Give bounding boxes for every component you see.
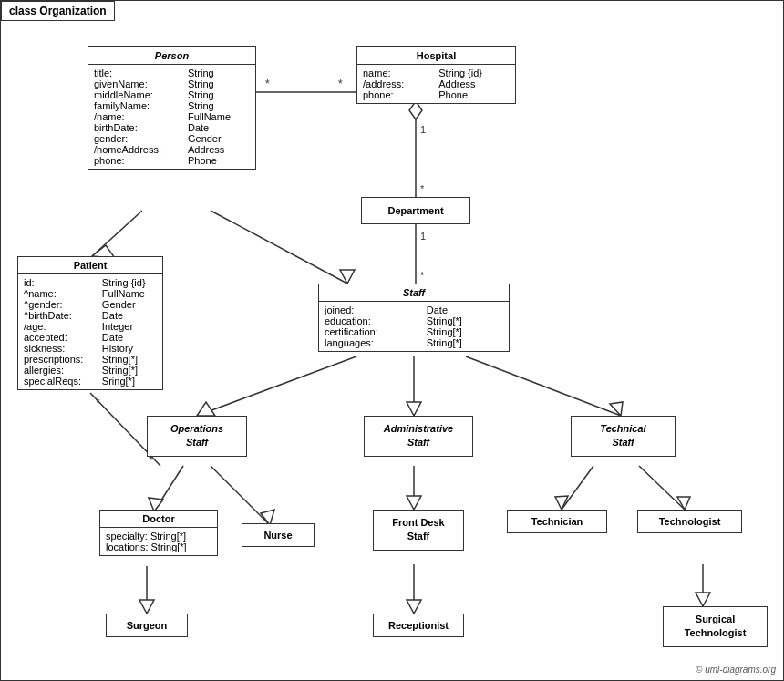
svg-text:1: 1 — [420, 124, 426, 135]
operations-staff-class: OperationsStaff — [147, 416, 247, 457]
front-desk-class: Front DeskStaff — [373, 510, 464, 551]
svg-line-23 — [154, 466, 183, 511]
svg-marker-36 — [407, 600, 421, 614]
svg-marker-34 — [139, 600, 154, 614]
svg-marker-4 — [409, 101, 422, 119]
svg-marker-30 — [555, 496, 568, 510]
person-header: Person — [88, 47, 255, 65]
technologist-class: Technologist — [637, 510, 742, 533]
staff-class: Staff joined:Date education:String[*] ce… — [318, 284, 510, 352]
svg-line-10 — [92, 211, 142, 256]
svg-line-31 — [639, 466, 685, 510]
svg-line-21 — [466, 356, 621, 416]
svg-marker-38 — [696, 593, 710, 606]
doctor-class: Doctor specialty: String[*] locations: S… — [99, 510, 218, 556]
receptionist-class: Receptionist — [373, 614, 464, 637]
svg-marker-28 — [407, 496, 421, 510]
doctor-body: specialty: String[*] locations: String[*… — [100, 528, 217, 555]
staff-body: joined:Date education:String[*] certific… — [319, 302, 509, 351]
svg-marker-18 — [197, 402, 215, 416]
hospital-body: name:String {id} /address:Address phone:… — [357, 65, 515, 103]
person-class: Person title:String givenName:String mid… — [88, 46, 256, 170]
svg-text:*: * — [420, 183, 425, 194]
svg-line-17 — [197, 356, 356, 416]
svg-text:1: 1 — [420, 231, 426, 242]
department-class: Department — [361, 197, 470, 224]
hospital-class: Hospital name:String {id} /address:Addre… — [356, 46, 516, 104]
copyright: © uml-diagrams.org — [696, 665, 776, 675]
surgical-technologist-class: SurgicalTechnologist — [663, 606, 768, 647]
svg-line-25 — [211, 466, 270, 525]
staff-header: Staff — [319, 284, 509, 302]
svg-marker-22 — [610, 402, 623, 416]
svg-text:*: * — [338, 77, 343, 90]
hospital-header: Hospital — [357, 47, 515, 65]
patient-class: Patient id:String {id} ^name:FullName ^g… — [17, 256, 163, 390]
surgeon-class: Surgeon — [106, 614, 188, 637]
technical-staff-class: TechnicalStaff — [571, 416, 676, 457]
patient-header: Patient — [18, 257, 162, 274]
admin-staff-class: AdministrativeStaff — [364, 416, 473, 457]
doctor-header: Doctor — [100, 511, 217, 528]
svg-marker-13 — [340, 270, 355, 284]
nurse-class: Nurse — [242, 523, 315, 547]
technician-class: Technician — [507, 510, 607, 533]
svg-line-29 — [562, 466, 593, 510]
svg-text:*: * — [265, 77, 270, 90]
svg-text:*: * — [96, 397, 100, 409]
svg-marker-32 — [677, 497, 690, 510]
svg-line-12 — [211, 211, 347, 284]
diagram-title: class Organization — [1, 1, 115, 21]
diagram-container: class Organization * * 1 * 1 * * * — [0, 0, 784, 681]
patient-body: id:String {id} ^name:FullName ^gender:Ge… — [18, 274, 162, 389]
person-body: title:String givenName:String middleName… — [88, 65, 255, 169]
svg-text:*: * — [420, 270, 425, 281]
svg-marker-20 — [407, 402, 421, 416]
